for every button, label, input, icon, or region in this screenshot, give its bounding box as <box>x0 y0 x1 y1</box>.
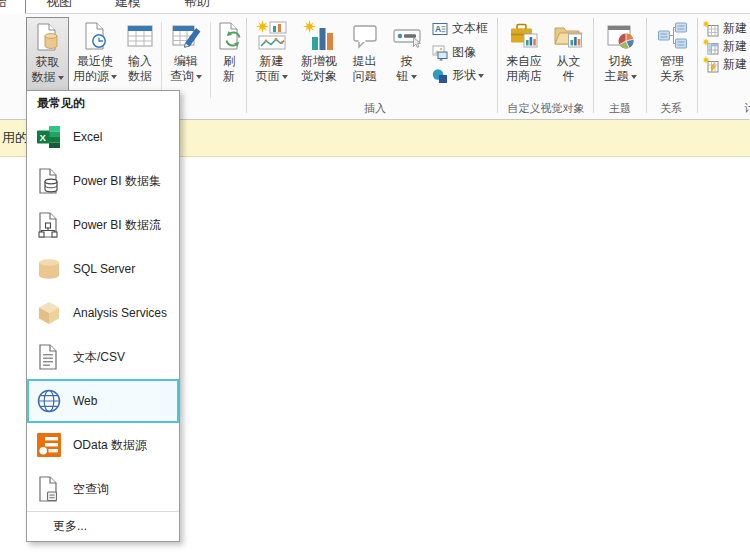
manage-relationships-button[interactable]: 管理 关系 <box>651 17 693 91</box>
dropdown-caret-icon <box>111 75 117 79</box>
ribbon-tab-row: 始 视图 建模 帮助 <box>0 0 750 13</box>
analysis-services-icon <box>35 299 63 327</box>
new-page-icon <box>256 20 288 52</box>
refresh-icon <box>214 20 246 52</box>
button-label-line1: 获取 <box>27 55 68 70</box>
sql-server-icon <box>35 255 63 283</box>
dropdown-item-label: Excel <box>73 130 102 144</box>
group-separator <box>497 18 498 113</box>
shapes-button[interactable]: 形状 <box>432 67 484 84</box>
get-data-icon <box>32 21 64 53</box>
powerbi-window: { "tabs": { "selected_partial": "始", "it… <box>0 0 750 552</box>
tab-view[interactable]: 视图 <box>46 0 72 11</box>
group-separator <box>646 18 647 113</box>
svg-text:X: X <box>40 132 47 143</box>
odata-icon <box>35 431 63 459</box>
new-quick-measure-button[interactable]: 新建 <box>702 56 747 73</box>
ask-question-icon <box>349 20 381 52</box>
text-csv-icon <box>35 343 63 371</box>
tab-help[interactable]: 帮助 <box>184 0 210 11</box>
dropdown-caret-icon <box>631 75 637 79</box>
shapes-icon <box>432 68 448 84</box>
separator <box>161 22 162 98</box>
dropdown-item-sql-server[interactable]: SQL Server <box>27 247 179 291</box>
enter-data-icon <box>124 20 156 52</box>
tab-home-partial[interactable]: 始 <box>0 0 7 11</box>
dropdown-item-text-csv[interactable]: 文本/CSV <box>27 335 179 379</box>
new-column-icon <box>702 38 719 55</box>
buttons-button[interactable]: 按 钮 <box>388 17 425 91</box>
image-icon <box>432 45 448 61</box>
selected-tab-border <box>25 0 26 13</box>
text-box-button[interactable]: A 文本框 <box>432 20 488 37</box>
group-label-themes: 主题 <box>598 101 642 116</box>
web-globe-icon <box>35 387 63 415</box>
from-file-button[interactable]: 从文 件 <box>549 17 588 91</box>
dropdown-item-web[interactable]: Web <box>27 379 179 423</box>
refresh-button[interactable]: 刷 新 <box>214 17 244 91</box>
enter-data-button[interactable]: 输入 数据 <box>121 17 159 91</box>
from-marketplace-icon <box>508 20 540 52</box>
new-page-button[interactable]: 新建 页面 <box>250 17 293 91</box>
excel-icon: X <box>35 123 63 151</box>
from-marketplace-button[interactable]: 来自应 用商店 <box>501 17 547 91</box>
group-separator <box>593 18 594 113</box>
image-button[interactable]: 图像 <box>432 44 476 61</box>
blank-query-icon <box>35 475 63 503</box>
svg-text:A: A <box>435 24 441 34</box>
dropdown-caret-icon <box>411 75 417 79</box>
new-measure-icon <box>702 20 719 37</box>
group-label-insert: 插入 <box>340 101 410 116</box>
new-quick-measure-icon <box>702 56 719 73</box>
new-visual-button[interactable]: 新增视 觉对象 <box>296 17 342 91</box>
dropdown-caret-icon <box>58 76 64 80</box>
dropdown-header: 最常见的 <box>27 91 179 115</box>
group-separator <box>246 18 247 113</box>
manage-relationships-icon <box>656 20 688 52</box>
powerbi-dataset-icon <box>35 167 63 195</box>
recent-sources-icon <box>79 20 111 52</box>
powerbi-dataflow-icon <box>35 211 63 239</box>
get-data-button[interactable]: 获取 数据 <box>26 17 69 91</box>
group-label-relationships: 关系 <box>648 101 694 116</box>
buttons-icon <box>391 20 423 52</box>
switch-theme-button[interactable]: 切换 主题 <box>599 17 642 91</box>
notification-text-partial: 用的 <box>2 129 26 147</box>
text-box-icon: A <box>432 21 448 37</box>
ask-question-button[interactable]: 提出 问题 <box>344 17 385 91</box>
dropdown-item-powerbi-dataset[interactable]: Power BI 数据集 <box>27 159 179 203</box>
get-data-dropdown: 最常见的 X Excel Power BI 数据集 <box>26 90 180 542</box>
dropdown-item-powerbi-dataflow[interactable]: Power BI 数据流 <box>27 203 179 247</box>
dropdown-caret-icon <box>478 74 484 78</box>
dropdown-more-item[interactable]: 更多... <box>27 511 179 541</box>
group-separator <box>697 18 698 113</box>
switch-theme-icon <box>605 20 637 52</box>
new-measure-button[interactable]: 新建 <box>702 20 747 37</box>
new-visual-icon <box>303 20 335 52</box>
group-label-calculations-partial: 计算 <box>744 101 750 116</box>
edit-queries-icon <box>170 20 202 52</box>
dropdown-item-blank-query[interactable]: 空查询 <box>27 467 179 511</box>
separator <box>210 22 211 98</box>
dropdown-caret-icon <box>282 75 288 79</box>
tab-modeling[interactable]: 建模 <box>115 0 141 11</box>
dropdown-item-excel[interactable]: X Excel <box>27 115 179 159</box>
edit-queries-button[interactable]: 编辑 查询 <box>164 17 208 91</box>
new-column-button[interactable]: 新建 <box>702 38 747 55</box>
dropdown-caret-icon <box>196 75 202 79</box>
from-file-icon <box>553 20 585 52</box>
button-label-line2: 数据 <box>27 70 68 85</box>
dropdown-item-analysis-services[interactable]: Analysis Services <box>27 291 179 335</box>
group-label-custom-visuals: 自定义视觉对象 <box>500 101 592 116</box>
dropdown-item-odata[interactable]: OData 数据源 <box>27 423 179 467</box>
recent-sources-button[interactable]: 最近使 用的源 <box>71 17 119 91</box>
